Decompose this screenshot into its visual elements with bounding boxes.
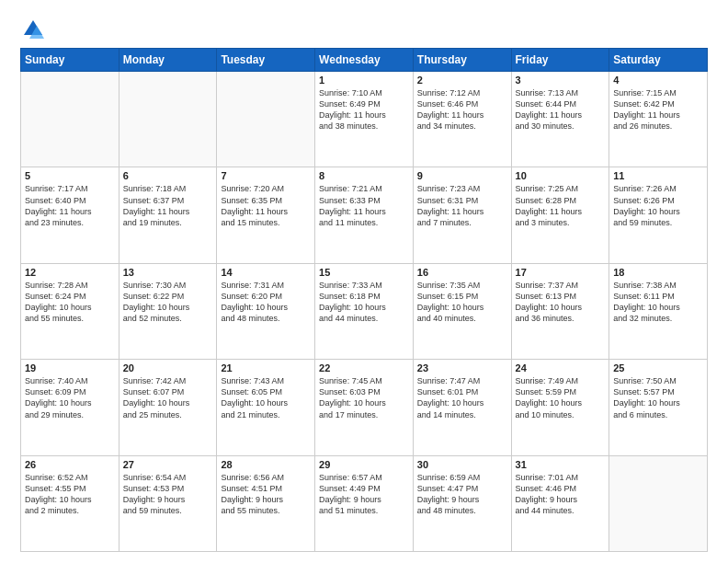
day-number: 25 <box>613 362 703 373</box>
day-info: Sunrise: 7:30 AM Sunset: 6:22 PM Dayligh… <box>123 280 213 325</box>
calendar-cell <box>609 455 708 551</box>
calendar-cell: 13Sunrise: 7:30 AM Sunset: 6:22 PM Dayli… <box>119 263 217 359</box>
day-number: 5 <box>25 170 115 181</box>
logo-icon <box>20 17 46 42</box>
day-info: Sunrise: 6:59 AM Sunset: 4:47 PM Dayligh… <box>417 472 507 517</box>
calendar-body: 1Sunrise: 7:10 AM Sunset: 6:49 PM Daylig… <box>21 72 708 552</box>
calendar-cell: 4Sunrise: 7:15 AM Sunset: 6:42 PM Daylig… <box>609 72 708 167</box>
calendar-cell: 8Sunrise: 7:21 AM Sunset: 6:33 PM Daylig… <box>315 167 414 263</box>
day-number: 31 <box>516 459 606 470</box>
day-info: Sunrise: 7:20 AM Sunset: 6:35 PM Dayligh… <box>221 183 311 228</box>
day-number: 30 <box>417 459 507 470</box>
day-number: 13 <box>123 267 213 278</box>
calendar-cell: 29Sunrise: 6:57 AM Sunset: 4:49 PM Dayli… <box>315 455 414 551</box>
day-number: 2 <box>417 75 507 86</box>
day-info: Sunrise: 7:45 AM Sunset: 6:03 PM Dayligh… <box>319 375 409 420</box>
calendar-cell: 23Sunrise: 7:47 AM Sunset: 6:01 PM Dayli… <box>413 360 511 455</box>
day-number: 7 <box>221 170 311 181</box>
day-number: 21 <box>221 362 311 373</box>
logo <box>20 17 50 42</box>
weekday-friday: Friday <box>511 49 609 72</box>
day-number: 11 <box>613 170 703 181</box>
day-info: Sunrise: 6:56 AM Sunset: 4:51 PM Dayligh… <box>221 472 311 517</box>
day-number: 26 <box>25 459 115 470</box>
calendar-cell: 24Sunrise: 7:49 AM Sunset: 5:59 PM Dayli… <box>511 360 609 455</box>
day-info: Sunrise: 7:17 AM Sunset: 6:40 PM Dayligh… <box>25 183 115 228</box>
day-info: Sunrise: 6:54 AM Sunset: 4:53 PM Dayligh… <box>123 472 213 517</box>
day-info: Sunrise: 7:21 AM Sunset: 6:33 PM Dayligh… <box>319 183 409 228</box>
calendar-week-1: 1Sunrise: 7:10 AM Sunset: 6:49 PM Daylig… <box>21 72 708 167</box>
calendar-cell: 1Sunrise: 7:10 AM Sunset: 6:49 PM Daylig… <box>315 72 414 167</box>
day-number: 28 <box>221 459 311 470</box>
calendar-cell: 28Sunrise: 6:56 AM Sunset: 4:51 PM Dayli… <box>217 455 315 551</box>
day-number: 20 <box>123 362 213 373</box>
day-number: 22 <box>319 362 409 373</box>
calendar-cell: 5Sunrise: 7:17 AM Sunset: 6:40 PM Daylig… <box>21 167 119 263</box>
calendar-table: SundayMondayTuesdayWednesdayThursdayFrid… <box>20 48 708 552</box>
day-number: 27 <box>123 459 213 470</box>
calendar-cell: 14Sunrise: 7:31 AM Sunset: 6:20 PM Dayli… <box>217 263 315 359</box>
calendar-cell: 18Sunrise: 7:38 AM Sunset: 6:11 PM Dayli… <box>609 263 708 359</box>
day-number: 10 <box>516 170 606 181</box>
calendar-cell: 19Sunrise: 7:40 AM Sunset: 6:09 PM Dayli… <box>21 360 119 455</box>
day-number: 23 <box>417 362 507 373</box>
day-number: 24 <box>516 362 606 373</box>
day-info: Sunrise: 7:50 AM Sunset: 5:57 PM Dayligh… <box>613 375 703 420</box>
day-number: 9 <box>417 170 507 181</box>
day-number: 16 <box>417 267 507 278</box>
day-number: 12 <box>25 267 115 278</box>
weekday-thursday: Thursday <box>413 49 511 72</box>
calendar-cell: 21Sunrise: 7:43 AM Sunset: 6:05 PM Dayli… <box>217 360 315 455</box>
day-info: Sunrise: 7:49 AM Sunset: 5:59 PM Dayligh… <box>516 375 606 420</box>
calendar-cell: 10Sunrise: 7:25 AM Sunset: 6:28 PM Dayli… <box>511 167 609 263</box>
day-info: Sunrise: 7:23 AM Sunset: 6:31 PM Dayligh… <box>417 183 507 228</box>
calendar-cell <box>217 72 315 167</box>
day-info: Sunrise: 7:15 AM Sunset: 6:42 PM Dayligh… <box>613 87 703 132</box>
calendar-cell: 26Sunrise: 6:52 AM Sunset: 4:55 PM Dayli… <box>21 455 119 551</box>
day-info: Sunrise: 6:52 AM Sunset: 4:55 PM Dayligh… <box>25 472 115 517</box>
header <box>20 17 708 42</box>
calendar-cell <box>119 72 217 167</box>
day-info: Sunrise: 7:01 AM Sunset: 4:46 PM Dayligh… <box>516 472 606 517</box>
day-info: Sunrise: 7:42 AM Sunset: 6:07 PM Dayligh… <box>123 375 213 420</box>
day-info: Sunrise: 7:12 AM Sunset: 6:46 PM Dayligh… <box>417 87 507 132</box>
day-number: 29 <box>319 459 409 470</box>
day-info: Sunrise: 7:18 AM Sunset: 6:37 PM Dayligh… <box>123 183 213 228</box>
day-number: 19 <box>25 362 115 373</box>
day-info: Sunrise: 7:28 AM Sunset: 6:24 PM Dayligh… <box>25 280 115 325</box>
day-info: Sunrise: 7:35 AM Sunset: 6:15 PM Dayligh… <box>417 280 507 325</box>
calendar-cell: 11Sunrise: 7:26 AM Sunset: 6:26 PM Dayli… <box>609 167 708 263</box>
calendar-cell: 30Sunrise: 6:59 AM Sunset: 4:47 PM Dayli… <box>413 455 511 551</box>
day-number: 8 <box>319 170 409 181</box>
calendar-cell: 31Sunrise: 7:01 AM Sunset: 4:46 PM Dayli… <box>511 455 609 551</box>
day-info: Sunrise: 7:25 AM Sunset: 6:28 PM Dayligh… <box>516 183 606 228</box>
calendar-cell: 2Sunrise: 7:12 AM Sunset: 6:46 PM Daylig… <box>413 72 511 167</box>
day-info: Sunrise: 7:40 AM Sunset: 6:09 PM Dayligh… <box>25 375 115 420</box>
day-info: Sunrise: 7:37 AM Sunset: 6:13 PM Dayligh… <box>516 280 606 325</box>
day-info: Sunrise: 7:43 AM Sunset: 6:05 PM Dayligh… <box>221 375 311 420</box>
day-info: Sunrise: 6:57 AM Sunset: 4:49 PM Dayligh… <box>319 472 409 517</box>
day-info: Sunrise: 7:31 AM Sunset: 6:20 PM Dayligh… <box>221 280 311 325</box>
calendar-cell: 7Sunrise: 7:20 AM Sunset: 6:35 PM Daylig… <box>217 167 315 263</box>
calendar-week-3: 12Sunrise: 7:28 AM Sunset: 6:24 PM Dayli… <box>21 263 708 359</box>
weekday-monday: Monday <box>119 49 217 72</box>
day-number: 6 <box>123 170 213 181</box>
calendar-week-5: 26Sunrise: 6:52 AM Sunset: 4:55 PM Dayli… <box>21 455 708 551</box>
calendar-cell: 15Sunrise: 7:33 AM Sunset: 6:18 PM Dayli… <box>315 263 414 359</box>
day-info: Sunrise: 7:47 AM Sunset: 6:01 PM Dayligh… <box>417 375 507 420</box>
day-number: 17 <box>516 267 606 278</box>
weekday-tuesday: Tuesday <box>217 49 315 72</box>
calendar-cell: 25Sunrise: 7:50 AM Sunset: 5:57 PM Dayli… <box>609 360 708 455</box>
weekday-sunday: Sunday <box>21 49 119 72</box>
calendar-week-2: 5Sunrise: 7:17 AM Sunset: 6:40 PM Daylig… <box>21 167 708 263</box>
day-number: 15 <box>319 267 409 278</box>
calendar-cell: 6Sunrise: 7:18 AM Sunset: 6:37 PM Daylig… <box>119 167 217 263</box>
calendar-week-4: 19Sunrise: 7:40 AM Sunset: 6:09 PM Dayli… <box>21 360 708 455</box>
weekday-header-row: SundayMondayTuesdayWednesdayThursdayFrid… <box>21 49 708 72</box>
day-number: 1 <box>319 75 409 86</box>
calendar-header: SundayMondayTuesdayWednesdayThursdayFrid… <box>21 49 708 72</box>
day-info: Sunrise: 7:26 AM Sunset: 6:26 PM Dayligh… <box>613 183 703 228</box>
weekday-saturday: Saturday <box>609 49 708 72</box>
calendar-cell: 22Sunrise: 7:45 AM Sunset: 6:03 PM Dayli… <box>315 360 414 455</box>
calendar-cell: 3Sunrise: 7:13 AM Sunset: 6:44 PM Daylig… <box>511 72 609 167</box>
